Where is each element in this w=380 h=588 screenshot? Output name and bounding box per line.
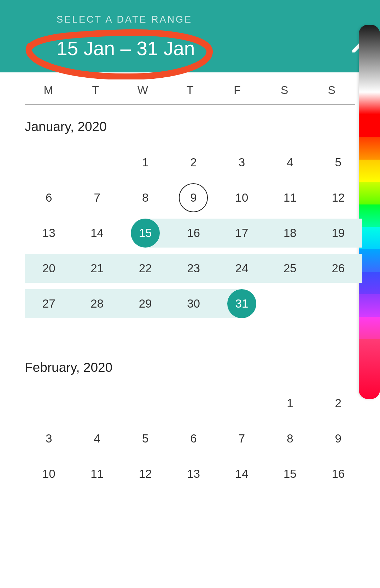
weekday-label: T <box>72 84 119 97</box>
month-grid: 1234567891011121314151617181920212223242… <box>25 145 362 321</box>
calendar-day-number: 14 <box>83 219 112 248</box>
calendar-day-number: 13 <box>179 459 208 488</box>
calendar-day[interactable]: 2 <box>314 386 362 421</box>
calendar-day-number: 4 <box>275 148 304 177</box>
calendar-day-number: 9 <box>179 183 208 212</box>
color-swatch[interactable] <box>359 339 380 399</box>
calendar-day[interactable]: 9 <box>314 421 362 456</box>
color-swatch[interactable] <box>359 160 380 182</box>
calendar-day[interactable]: 18 <box>266 215 314 251</box>
calendar-day-empty <box>73 386 121 421</box>
calendar-day-number: 16 <box>324 459 353 488</box>
calendar-day[interactable]: 31 <box>218 286 266 321</box>
calendar-day[interactable]: 7 <box>218 421 266 456</box>
calendar-day[interactable]: 14 <box>218 456 266 492</box>
calendar-day[interactable]: 2 <box>169 145 217 180</box>
calendar-day[interactable]: 16 <box>314 456 362 492</box>
calendar-day-empty <box>218 386 266 421</box>
calendar-day[interactable]: 16 <box>169 215 217 251</box>
calendar-day-number: 19 <box>324 219 353 248</box>
calendar-day-number: 31 <box>227 289 256 318</box>
calendar-day[interactable]: 8 <box>121 180 169 215</box>
calendar-day[interactable]: 21 <box>73 251 121 286</box>
calendar-day[interactable]: 13 <box>169 456 217 492</box>
color-swatch[interactable] <box>359 294 380 317</box>
calendar-day[interactable]: 29 <box>121 286 169 321</box>
calendar-day-number: 23 <box>179 254 208 283</box>
calendar-day-number: 17 <box>227 219 256 248</box>
calendar-day[interactable]: 1 <box>266 386 314 421</box>
calendar-day[interactable]: 11 <box>266 180 314 215</box>
calendar-day[interactable]: 20 <box>25 251 73 286</box>
calendar-day[interactable]: 3 <box>25 421 73 456</box>
calendar-day-number: 16 <box>179 219 208 248</box>
calendar-day[interactable]: 13 <box>25 215 73 251</box>
calendar-body: M T W T F S S January, 20201234567891011… <box>0 72 380 492</box>
calendar-day-number: 29 <box>131 289 160 318</box>
calendar-day-number: 22 <box>131 254 160 283</box>
calendar-day-number: 9 <box>324 424 353 453</box>
calendar-day[interactable]: 24 <box>218 251 266 286</box>
calendar-day-number: 27 <box>34 289 63 318</box>
calendar-day-empty <box>121 386 169 421</box>
calendar-day[interactable]: 10 <box>25 456 73 492</box>
calendar-day[interactable]: 25 <box>266 251 314 286</box>
calendar-day[interactable]: 23 <box>169 251 217 286</box>
color-swatch[interactable] <box>359 137 380 160</box>
calendar-day-number: 11 <box>275 183 304 212</box>
calendar-day-number: 2 <box>324 389 353 418</box>
calendar-day[interactable]: 28 <box>73 286 121 321</box>
header-title: SELECT A DATE RANGE <box>57 14 380 25</box>
color-swatch[interactable] <box>359 25 380 92</box>
weekday-label: S <box>308 84 355 97</box>
month-grid: 12345678910111213141516 <box>25 386 362 492</box>
calendar-day-number: 6 <box>34 183 63 212</box>
calendar-day[interactable]: 14 <box>73 215 121 251</box>
color-swatch[interactable] <box>359 114 380 137</box>
calendar-day[interactable]: 5 <box>121 421 169 456</box>
calendar-day-number: 11 <box>83 459 112 488</box>
color-swatch[interactable] <box>359 317 380 339</box>
color-swatch[interactable] <box>359 92 380 115</box>
calendar-day-number: 14 <box>227 459 256 488</box>
calendar-day-number: 10 <box>227 183 256 212</box>
calendar-day-empty <box>169 386 217 421</box>
color-swatch[interactable] <box>359 182 380 204</box>
calendar-day-number: 7 <box>83 183 112 212</box>
calendar-day[interactable]: 22 <box>121 251 169 286</box>
calendar-day[interactable]: 19 <box>314 215 362 251</box>
calendar-day-number: 1 <box>131 148 160 177</box>
calendar-day[interactable]: 15 <box>121 215 169 251</box>
calendar-day[interactable]: 6 <box>169 421 217 456</box>
calendar-day[interactable]: 6 <box>25 180 73 215</box>
calendar-day-number: 13 <box>34 219 63 248</box>
calendar-day[interactable]: 26 <box>314 251 362 286</box>
calendar-day[interactable]: 30 <box>169 286 217 321</box>
calendar-day[interactable]: 11 <box>73 456 121 492</box>
calendar-day[interactable]: 12 <box>121 456 169 492</box>
calendar-day[interactable]: 8 <box>266 421 314 456</box>
color-picker-strip[interactable] <box>359 25 380 399</box>
calendar-day[interactable]: 27 <box>25 286 73 321</box>
calendar-day-number: 24 <box>227 254 256 283</box>
calendar-day-number: 8 <box>275 424 304 453</box>
calendar-day[interactable]: 5 <box>314 145 362 180</box>
calendar-day-number: 26 <box>324 254 353 283</box>
calendar-day-number: 1 <box>275 389 304 418</box>
calendar-day[interactable]: 9 <box>169 180 217 215</box>
calendar-day[interactable]: 12 <box>314 180 362 215</box>
calendar-day[interactable]: 7 <box>73 180 121 215</box>
weekday-label: W <box>119 84 166 97</box>
calendar-day-number: 30 <box>179 289 208 318</box>
calendar-day[interactable]: 4 <box>266 145 314 180</box>
weekday-row: M T W T F S S <box>25 72 355 105</box>
calendar-day[interactable]: 15 <box>266 456 314 492</box>
calendar-day[interactable]: 3 <box>218 145 266 180</box>
calendar-day[interactable]: 10 <box>218 180 266 215</box>
calendar-day-number: 3 <box>34 424 63 453</box>
calendar-day[interactable]: 17 <box>218 215 266 251</box>
calendar-day-number: 5 <box>131 424 160 453</box>
calendar-day[interactable]: 4 <box>73 421 121 456</box>
calendar-day-number: 20 <box>34 254 63 283</box>
calendar-day[interactable]: 1 <box>121 145 169 180</box>
